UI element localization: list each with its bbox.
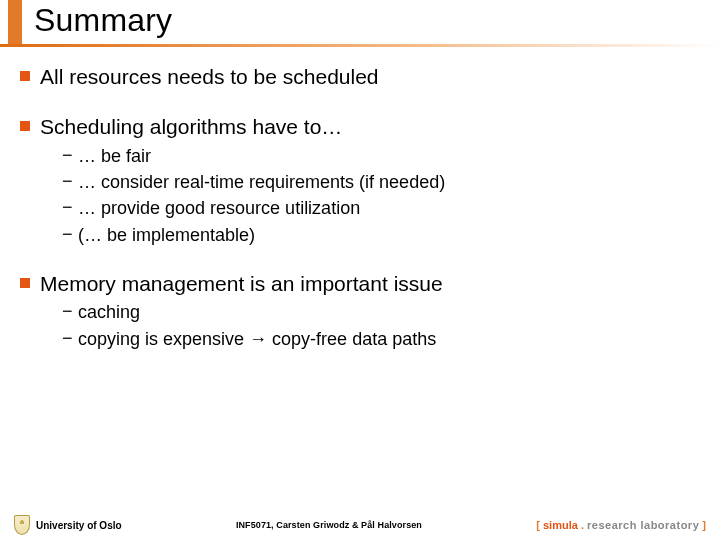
- dash-bullet-icon: −: [62, 145, 78, 166]
- bullet-level1: Scheduling algorithms have to…: [20, 114, 700, 140]
- bracket-close: ]: [699, 519, 706, 531]
- sub-bullet-text: … be fair: [78, 145, 151, 168]
- bullet-level2: − … be fair: [62, 145, 700, 168]
- footer-center: INF5071, Carsten Griwodz & Pål Halvorsen: [236, 520, 422, 530]
- sub-bullet-text: caching: [78, 301, 140, 324]
- sub-bullet-text: … consider real-time requirements (if ne…: [78, 171, 445, 194]
- dash-bullet-icon: −: [62, 301, 78, 322]
- bullet-level2: − caching: [62, 301, 700, 324]
- bullet-level1: Memory management is an important issue: [20, 271, 700, 297]
- bullet-text: Memory management is an important issue: [40, 271, 443, 297]
- simula-dot: .: [578, 519, 587, 531]
- dash-bullet-icon: −: [62, 197, 78, 218]
- simula-rest: research laboratory: [587, 519, 699, 531]
- bullet-block: Memory management is an important issue …: [20, 271, 700, 351]
- bullet-text: Scheduling algorithms have to…: [40, 114, 342, 140]
- slide-body: All resources needs to be scheduled Sche…: [0, 60, 720, 498]
- bracket-open: [: [536, 519, 543, 531]
- dash-bullet-icon: −: [62, 171, 78, 192]
- bullet-block: All resources needs to be scheduled: [20, 64, 700, 90]
- square-bullet-icon: [20, 278, 30, 288]
- bullet-text: All resources needs to be scheduled: [40, 64, 379, 90]
- dash-bullet-icon: −: [62, 224, 78, 245]
- sub-bullets: − caching − copying is expensive → copy-…: [62, 301, 700, 351]
- bullet-level2: − (… be implementable): [62, 224, 700, 247]
- sub-bullet-text: … provide good resource utilization: [78, 197, 360, 220]
- footer-right: [ simula . research laboratory ]: [536, 519, 706, 531]
- footer-left: University of Oslo: [14, 515, 122, 535]
- bullet-block: Scheduling algorithms have to… − … be fa…: [20, 114, 700, 247]
- bullet-level2: − … provide good resource utilization: [62, 197, 700, 220]
- bullet-level1: All resources needs to be scheduled: [20, 64, 700, 90]
- slide-footer: University of Oslo INF5071, Carsten Griw…: [0, 498, 720, 540]
- title-underline: [0, 44, 720, 47]
- sub-bullet-text: copying is expensive → copy-free data pa…: [78, 328, 436, 351]
- dash-bullet-icon: −: [62, 328, 78, 349]
- footer-university: University of Oslo: [36, 520, 122, 531]
- sub-bullet-text: (… be implementable): [78, 224, 255, 247]
- accent-bar: [8, 0, 22, 44]
- slide-title: Summary: [34, 2, 172, 39]
- square-bullet-icon: [20, 71, 30, 81]
- sub-bullets: − … be fair − … consider real-time requi…: [62, 145, 700, 248]
- bullet-level2: − copying is expensive → copy-free data …: [62, 328, 700, 351]
- simula-word: simula: [543, 519, 578, 531]
- square-bullet-icon: [20, 121, 30, 131]
- university-crest-icon: [14, 515, 30, 535]
- bullet-level2: − … consider real-time requirements (if …: [62, 171, 700, 194]
